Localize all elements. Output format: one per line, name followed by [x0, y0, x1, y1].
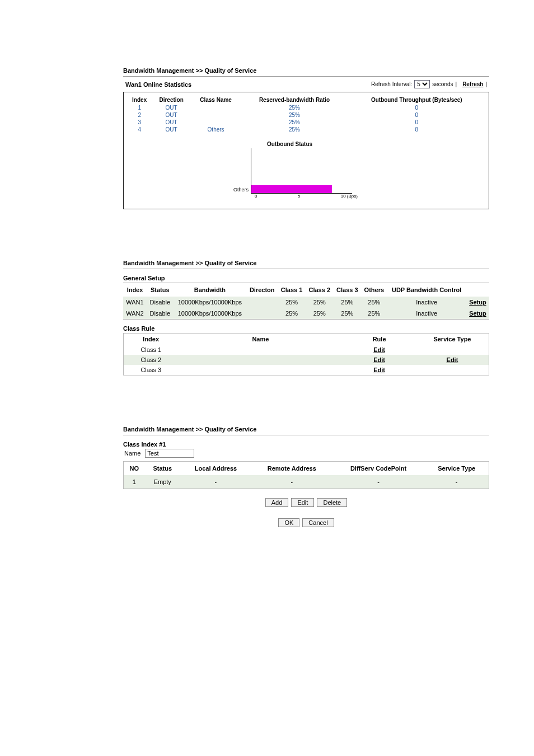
- table-row: 2 OUT 25% 0: [127, 111, 485, 119]
- gs-th-udp: UDP Bandwidth Control: [387, 283, 466, 297]
- refresh-unit: seconds: [432, 81, 453, 87]
- chart-xaxis: 0 5 10 (Bps): [255, 194, 358, 199]
- chart-bar-others: [251, 185, 332, 193]
- class-rule-title: Class Rule: [123, 325, 489, 332]
- refresh-interval-select[interactable]: 5: [414, 80, 430, 88]
- gs-th-c3: Class 3: [334, 283, 362, 297]
- class-rule-table: Index Name Rule Service Type Class 1 Edi…: [123, 333, 489, 375]
- page-breadcrumb-3: Bandwidth Management >> Quality of Servi…: [123, 426, 489, 435]
- setup-link-wan2[interactable]: Setup: [469, 310, 486, 317]
- class-index-table: NO Status Local Address Remote Address D…: [123, 461, 489, 489]
- gs-th-status: Status: [147, 283, 174, 297]
- ci-th-diff: DiffServ CodePoint: [332, 462, 425, 476]
- gs-th-c1: Class 1: [278, 283, 306, 297]
- pipe: |: [456, 81, 457, 87]
- table-row: Class 2 Edit Edit: [124, 355, 489, 365]
- stats-box: Index Direction Class Name Reserved-band…: [123, 92, 489, 209]
- cr-th-rule: Rule: [343, 334, 416, 345]
- table-row: Class 1 Edit: [124, 345, 489, 355]
- th-index: Index: [127, 96, 152, 104]
- table-row: Class 3 Edit: [124, 365, 489, 375]
- gs-th-bandwidth: Bandwidth: [174, 283, 247, 297]
- gs-th-c2: Class 2: [306, 283, 334, 297]
- setup-link-wan1[interactable]: Setup: [469, 299, 486, 306]
- refresh-link[interactable]: Refresh: [462, 81, 483, 87]
- pipe: |: [485, 81, 487, 87]
- ci-th-stype: Service Type: [424, 462, 489, 476]
- gs-th-others: Others: [361, 283, 387, 297]
- table-row: 4 OUT Others 25% 8: [127, 126, 485, 133]
- gs-th-direction: Directon: [246, 283, 278, 297]
- edit-button[interactable]: Edit: [291, 498, 314, 507]
- page-breadcrumb-2: Bandwidth Management >> Quality of Servi…: [123, 260, 489, 269]
- gs-th-setup: [466, 283, 489, 297]
- cr-th-index: Index: [124, 334, 179, 345]
- class2-rule-edit[interactable]: Edit: [373, 356, 385, 363]
- table-row: 3 OUT 25% 0: [127, 119, 485, 126]
- ci-th-remote: Remote Address: [251, 462, 332, 476]
- ci-th-no: NO: [124, 462, 145, 476]
- name-label: Name: [124, 450, 140, 457]
- table-row: 1 OUT 25% 0: [127, 104, 485, 111]
- refresh-controls: Refresh Interval: 5 seconds | Refresh |: [371, 80, 487, 88]
- outbound-chart: Outbound Status Others 0 5 10 (Bps): [233, 141, 379, 199]
- ci-th-status: Status: [145, 462, 180, 476]
- th-direction: Direction: [152, 96, 191, 104]
- gs-th-index: Index: [123, 283, 147, 297]
- class2-servicetype-edit[interactable]: Edit: [447, 356, 458, 363]
- th-classname: Class Name: [191, 96, 241, 104]
- th-throughput: Outbound Throughput (Bytes/sec): [348, 96, 485, 104]
- th-ratio: Reserved-bandwidth Ratio: [241, 96, 348, 104]
- general-setup-title: General Setup: [123, 275, 489, 281]
- chart-ylabel: Others: [233, 187, 249, 194]
- ok-button[interactable]: OK: [278, 518, 299, 527]
- ci-th-local: Local Address: [180, 462, 251, 476]
- chart-title: Outbound Status: [267, 141, 379, 147]
- general-setup-table: Index Status Bandwidth Directon Class 1 …: [123, 283, 489, 320]
- delete-button[interactable]: Delete: [317, 498, 347, 507]
- table-row: WAN2 Disable 10000Kbps/10000Kbps 25% 25%…: [123, 308, 489, 320]
- cr-th-name: Name: [178, 334, 343, 345]
- cr-th-stype: Service Type: [416, 334, 489, 345]
- table-row[interactable]: 1 Empty - - - -: [124, 475, 489, 489]
- stats-table: Index Direction Class Name Reserved-band…: [127, 96, 485, 133]
- stats-title: Wan1 Online Statistics: [125, 81, 191, 88]
- refresh-interval-label: Refresh Interval:: [371, 81, 412, 87]
- table-row: WAN1 Disable 10000Kbps/10000Kbps 25% 25%…: [123, 297, 489, 308]
- add-button[interactable]: Add: [265, 498, 289, 507]
- class1-rule-edit[interactable]: Edit: [373, 346, 385, 353]
- page-breadcrumb-1: Bandwidth Management >> Quality of Servi…: [123, 67, 489, 77]
- class-index-title: Class Index #1: [123, 441, 489, 448]
- cancel-button[interactable]: Cancel: [302, 518, 334, 527]
- class-name-input[interactable]: [145, 449, 194, 458]
- class3-rule-edit[interactable]: Edit: [373, 367, 385, 373]
- chart-plot: [251, 148, 352, 194]
